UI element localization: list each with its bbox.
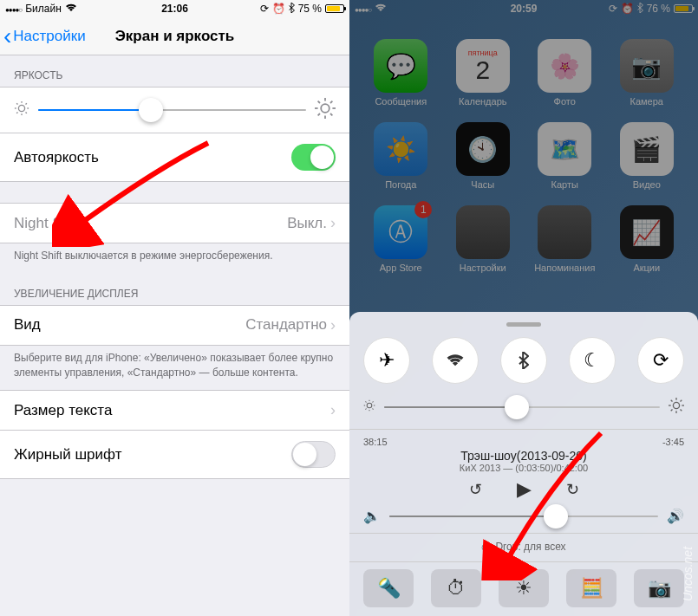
nightshift-value: Выкл. xyxy=(287,215,327,232)
svg-point-0 xyxy=(18,105,24,111)
nightshift-footer: Night Shift выключается в режиме энергос… xyxy=(0,243,349,274)
bold-text-toggle[interactable] xyxy=(291,441,336,468)
brightness-header: ЯРКОСТЬ xyxy=(0,55,349,87)
airplane-toggle[interactable]: ✈︎ xyxy=(363,337,410,384)
nightshift-label: Night Shift xyxy=(14,215,82,232)
orientation-lock-icon: ⟳ xyxy=(260,3,269,15)
view-row[interactable]: Вид Стандартно › xyxy=(0,305,349,346)
svg-line-24 xyxy=(373,409,374,410)
rewind-15-button[interactable]: ↺ xyxy=(469,480,482,499)
chevron-right-icon: › xyxy=(330,401,336,419)
chevron-right-icon: › xyxy=(330,214,336,232)
nav-bar: ‹ Настройки Экран и яркость xyxy=(0,17,349,55)
media-title: Трэш-шоу(2013-09-20) xyxy=(363,449,684,463)
view-label: Вид xyxy=(14,316,41,334)
chevron-left-icon: ‹ xyxy=(3,24,11,49)
volume-low-icon: 🔈 xyxy=(363,508,381,524)
bold-text-row: Жирный шрифт xyxy=(0,431,349,479)
svg-point-9 xyxy=(321,104,329,113)
chevron-right-icon: › xyxy=(330,316,336,334)
text-size-label: Размер текста xyxy=(14,402,112,419)
settings-screen: Билайн 21:06 ⟳ ⏰ 75 % ‹ Настройки Экран … xyxy=(0,0,349,616)
volume-high-icon: 🔊 xyxy=(667,508,684,524)
sun-large-icon xyxy=(669,398,684,417)
cc-volume-slider[interactable] xyxy=(389,515,658,517)
svg-line-35 xyxy=(681,400,682,402)
grabber-handle[interactable] xyxy=(506,322,541,327)
media-elapsed: 38:15 xyxy=(363,437,388,447)
svg-line-33 xyxy=(681,410,682,412)
control-center-screen: 20:59 ⟳ ⏰ 76 % 💬Сообщения пятница2Календ… xyxy=(349,0,698,616)
play-button[interactable]: ▶ xyxy=(517,478,532,501)
wifi-icon xyxy=(65,3,77,15)
timer-button[interactable]: ⏱ xyxy=(431,569,481,607)
calculator-button[interactable]: 🧮 xyxy=(566,569,616,607)
svg-line-7 xyxy=(16,113,17,113)
svg-point-18 xyxy=(367,403,372,408)
bold-text-label: Жирный шрифт xyxy=(14,446,121,464)
status-bar: Билайн 21:06 ⟳ ⏰ 75 % xyxy=(0,0,349,17)
view-value: Стандартно xyxy=(245,316,327,334)
camera-button[interactable]: 📷 xyxy=(634,569,684,607)
svg-point-27 xyxy=(673,402,679,408)
orientation-lock-toggle[interactable]: ⟳ xyxy=(637,337,684,384)
signal-dots-icon xyxy=(5,3,22,15)
sun-small-icon xyxy=(363,399,375,415)
control-center: ✈︎ ☾ ⟳ 38:15 -3:45 Трэш-шоу(2013-09-20) … xyxy=(349,312,698,616)
brightness-slider-row xyxy=(0,87,349,133)
svg-line-17 xyxy=(330,101,332,103)
back-label: Настройки xyxy=(13,28,85,45)
media-remaining: -3:45 xyxy=(662,437,684,447)
watermark: Uncos.net xyxy=(681,547,695,601)
svg-line-8 xyxy=(26,103,27,104)
wifi-toggle[interactable] xyxy=(432,337,479,384)
flashlight-button[interactable]: 🔦 xyxy=(363,569,414,607)
zoom-header: УВЕЛИЧЕНИЕ ДИСПЛЕЯ xyxy=(0,274,349,305)
svg-line-5 xyxy=(16,103,17,104)
page-title: Экран и яркость xyxy=(115,28,235,45)
svg-line-16 xyxy=(318,113,320,115)
autobrightness-row: Автояркость xyxy=(0,133,349,182)
back-button[interactable]: ‹ Настройки xyxy=(0,24,86,49)
svg-line-26 xyxy=(373,401,374,402)
svg-line-25 xyxy=(365,409,366,410)
brightness-slider[interactable] xyxy=(38,109,306,111)
sun-large-icon xyxy=(315,98,336,122)
forward-30-button[interactable]: ↻ xyxy=(566,480,579,499)
airdrop-icon: ◎ xyxy=(481,541,490,553)
cc-brightness-slider[interactable] xyxy=(384,406,660,408)
svg-line-34 xyxy=(671,410,673,412)
nightshift-button[interactable]: ☀︎ xyxy=(499,569,549,607)
battery-percent: 75 % xyxy=(298,3,322,15)
svg-line-14 xyxy=(318,101,320,103)
svg-line-32 xyxy=(671,400,673,402)
autobrightness-label: Автояркость xyxy=(14,149,99,166)
battery-icon xyxy=(325,4,344,13)
svg-line-23 xyxy=(365,401,366,402)
nightshift-row[interactable]: Night Shift Выкл. › xyxy=(0,203,349,243)
svg-line-15 xyxy=(330,113,332,115)
airdrop-label: Drop: для всех xyxy=(495,541,565,553)
autobrightness-toggle[interactable] xyxy=(291,144,336,171)
alarm-icon: ⏰ xyxy=(272,3,285,15)
dnd-toggle[interactable]: ☾ xyxy=(569,337,616,384)
status-time: 21:06 xyxy=(161,3,188,15)
media-subtitle: КиХ 2013 — (0:03:50)/0:42:00 xyxy=(363,463,684,473)
bluetooth-toggle[interactable] xyxy=(500,337,547,384)
bluetooth-icon xyxy=(289,3,295,16)
svg-line-6 xyxy=(26,113,27,113)
text-size-row[interactable]: Размер текста › xyxy=(0,390,349,431)
sun-small-icon xyxy=(14,101,29,120)
airdrop-row[interactable]: ◎ Drop: для всех xyxy=(363,541,684,553)
zoom-footer: Выберите вид для iPhone: «Увеличено» пок… xyxy=(0,346,349,391)
carrier-label: Билайн xyxy=(25,3,62,15)
